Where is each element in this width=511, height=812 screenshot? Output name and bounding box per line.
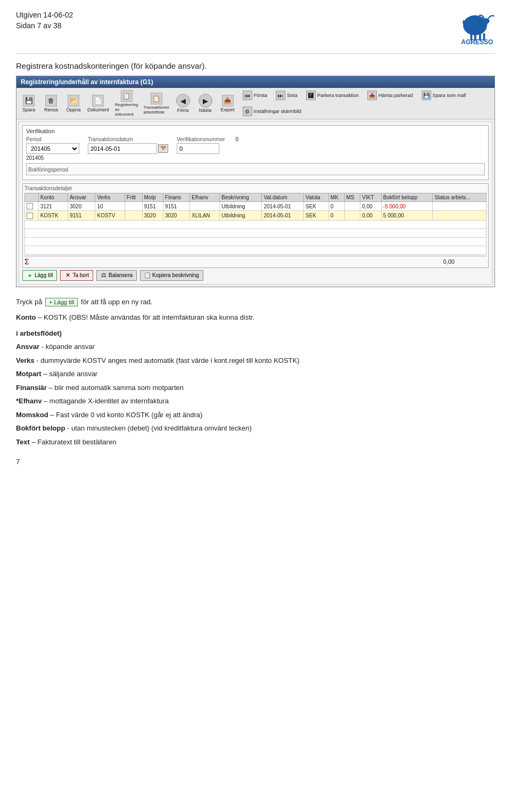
field-item-2: Verks - dummyvärde KOSTV anges med autom…: [16, 355, 495, 366]
logo-container: AGRESSO: [431, 11, 495, 48]
row1-ms: [344, 202, 360, 211]
app-title: Registrering/underhåll av internfaktura …: [21, 78, 153, 86]
row1-beskrivning: Utbildning: [220, 202, 262, 211]
col-status: Status arbets...: [433, 193, 487, 202]
col-fritt: Fritt: [125, 193, 142, 202]
table-row-empty: [25, 237, 487, 246]
btn-trans[interactable]: 📋 Transaktionerarbetsflöde: [143, 92, 170, 116]
btn-nasta[interactable]: ▶ Nästa: [196, 93, 215, 114]
col-ansvar: Ansvar: [68, 193, 95, 202]
page-header: Utgiven 14-06-02 Sidan 7 av 38 AGRESSO: [16, 11, 495, 54]
btn-installningar[interactable]: ⚙ Inställningar skärmbild: [241, 105, 304, 117]
row2-checkbox[interactable]: [27, 213, 33, 219]
field-term-8: Text: [16, 438, 30, 446]
btn-oppna-label: Öppna: [66, 107, 80, 112]
row2-verks: KOSTV: [95, 211, 125, 220]
verif-nr-value: 0: [236, 136, 239, 142]
btn-export[interactable]: 📤 Export: [218, 94, 237, 113]
field-term-1: Ansvar: [16, 343, 39, 351]
row2-ms: [344, 211, 360, 220]
btn-dokument[interactable]: 📄 Dokument: [86, 94, 110, 113]
trans-datum-input[interactable]: [88, 143, 157, 154]
col-mk: MK: [328, 193, 344, 202]
btn-kopiera[interactable]: 📋 Kopiera beskrivning: [140, 270, 203, 281]
btn-spara[interactable]: 💾 Spara: [19, 94, 38, 113]
verif-nr-input[interactable]: [177, 143, 219, 154]
row2-valuta: SEK: [304, 211, 329, 220]
field-item-0: i arbetsflödet): [16, 328, 495, 339]
period-value-display: 201405: [26, 155, 79, 161]
row2-val-datum: 2014-05-01: [262, 211, 304, 220]
main-area: Verifikation Period 201405 201405 Transa…: [19, 121, 492, 285]
btn-parkera[interactable]: 🅿 Parkera transaktion: [304, 90, 361, 101]
btn-forra[interactable]: ◀ Förra: [174, 93, 193, 114]
header-left: Utgiven 14-06-02 Sidan 7 av 38: [16, 11, 73, 30]
btn-ta-bort[interactable]: ✕ Ta bort: [60, 270, 93, 281]
btn-oppna[interactable]: 📂 Öppna: [64, 94, 83, 113]
col-verks: Verks: [95, 193, 125, 202]
lagg-till-inline-label: Lägg till: [54, 299, 74, 305]
page-number: 7: [16, 458, 495, 466]
konto-paragraph: Konto – KOSTK (OBS! Måste användas för a…: [16, 312, 495, 323]
sum-row: Σ 0,00: [24, 256, 487, 266]
field-term-5: *Efhanv: [16, 397, 42, 405]
settings-icon: ⚙: [243, 107, 252, 116]
issued-label: Utgiven 14-06-02: [16, 11, 73, 19]
app-window-frame: Registrering/underhåll av internfaktura …: [16, 76, 495, 287]
row1-status: [433, 202, 487, 211]
clear-icon: 🗑: [45, 95, 57, 107]
table-row-empty: [25, 229, 487, 237]
field-item-5: *Efhanv – mottagande X-identitet av inte…: [16, 396, 495, 407]
btn-kopiera-label: Kopiera beskrivning: [152, 272, 199, 278]
row1-konto: 3121: [38, 202, 68, 211]
konto-suffix: Måste användas för att internfakturan sk…: [90, 313, 254, 321]
col-checkbox: [25, 193, 39, 202]
calendar-icon[interactable]: 📅: [158, 144, 168, 153]
period-label: Period: [26, 136, 79, 142]
btn-lagg-till[interactable]: + Lägg till: [22, 270, 57, 281]
btn-spara-label: Spara: [22, 107, 35, 112]
row2-finans: 3020: [163, 211, 190, 220]
btn-spara-mall[interactable]: 💾 Spara som mall: [419, 90, 468, 101]
park-icon: 🅿: [306, 91, 316, 100]
table-row-empty: [25, 246, 487, 254]
btn-forsta-label: Första: [254, 93, 268, 98]
lagg-till-inline-btn[interactable]: + Lägg till: [45, 298, 78, 306]
sigma-icon: Σ: [24, 257, 29, 266]
col-val-datum: Val.datum: [262, 193, 304, 202]
btn-hamta[interactable]: 📥 Hämta parkerad: [365, 90, 415, 101]
btn-reg-dokument[interactable]: 📋 Registreringav dokument: [113, 89, 139, 118]
field-item-1: Ansvar - köpande ansvar: [16, 342, 495, 352]
document-icon: 📄: [92, 95, 104, 107]
field-desc-8: – Fakturatext till beställaren: [31, 438, 116, 446]
prev-icon: ◀: [176, 94, 190, 108]
app-window: Registrering/underhåll av internfaktura …: [16, 76, 495, 287]
btn-dokument-label: Dokument: [87, 107, 109, 112]
btn-balansera[interactable]: ⚖ Balansera: [96, 270, 137, 281]
row2-bokfort: 5 000,00: [381, 211, 433, 220]
row2-efhanv: XLILAN: [190, 211, 220, 220]
btn-trans-label: Transaktionerarbetsflöde: [143, 105, 169, 115]
verifikation-group: Verifikation Period 201405 201405 Transa…: [22, 125, 489, 180]
save-icon: 💾: [23, 95, 35, 107]
col-finans: Finans: [163, 193, 190, 202]
svg-text:AGRESSO: AGRESSO: [461, 38, 493, 46]
table-row-empty: [25, 220, 487, 229]
row1-checkbox[interactable]: [27, 203, 33, 209]
field-desc-6: – Fast värde 0 vid konto KOSTK (går ej a…: [50, 411, 202, 419]
period-select[interactable]: 201405: [26, 143, 79, 154]
btn-sista[interactable]: ⏭ Sista: [274, 90, 300, 101]
btn-export-label: Export: [221, 107, 235, 112]
fields-list: i arbetsflödet) Ansvar - köpande ansvar …: [16, 328, 495, 448]
btn-rensa[interactable]: 🗑 Rensa: [42, 94, 61, 113]
description-section: Tryck på + Lägg till för att få upp en n…: [16, 297, 495, 448]
field-item-3: Motpart – säljande ansvar: [16, 369, 495, 379]
trans-detaljer-label: Transaktionsdetaljer: [24, 185, 487, 191]
row1-vikt: 0,00: [360, 202, 382, 211]
btn-forsta[interactable]: ⏮ Första: [241, 90, 270, 101]
field-desc-3: – säljande ansvar: [43, 370, 97, 378]
plus-icon: +: [27, 272, 33, 279]
col-ms: MS: [344, 193, 360, 202]
col-konto: Konto: [38, 193, 68, 202]
sum-value: 0,00: [443, 258, 455, 265]
